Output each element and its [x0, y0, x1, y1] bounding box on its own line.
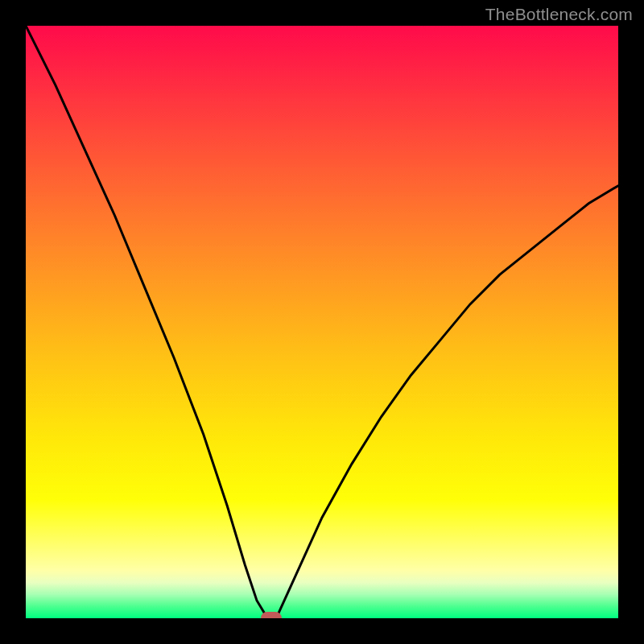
curve-svg — [26, 26, 618, 618]
plot-area — [26, 26, 618, 618]
minimum-marker — [261, 612, 282, 618]
bottleneck-curve-path — [26, 26, 618, 618]
chart-frame: TheBottleneck.com — [0, 0, 644, 644]
watermark-text: TheBottleneck.com — [485, 5, 633, 24]
